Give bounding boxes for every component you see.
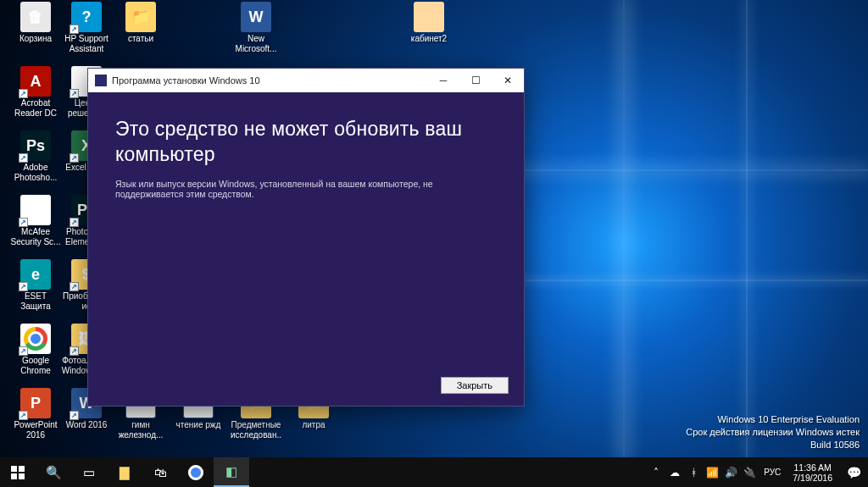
research-label: Предметные исследован... — [231, 420, 281, 440]
litra-label: литра — [288, 420, 339, 430]
svg-rect-1 — [19, 466, 25, 472]
hymn-label: гимн железнод... — [115, 420, 166, 440]
desktop-icon-recycle-bin[interactable]: 🗑Корзина — [10, 2, 61, 44]
action-center-button[interactable]: 💬 — [839, 466, 868, 479]
onedrive-icon[interactable]: ☁ — [665, 467, 684, 479]
file-explorer-taskbar[interactable]: ▇ — [107, 457, 142, 487]
powerpoint-label: PowerPoint 2016 — [10, 420, 61, 440]
articles-icon: 📁 — [125, 2, 156, 32]
system-tray: ˄ ☁ ᚼ 📶 🔊 🔌 РУС 11:36 AM 7/19/2016 💬 — [647, 457, 868, 487]
maximize-button[interactable]: ☐ — [459, 69, 492, 92]
window-titlebar[interactable]: Программа установки Windows 10 ─ ☐ ✕ — [88, 69, 524, 92]
shortcut-arrow-icon: ↗ — [19, 346, 28, 356]
watermark-edition: Windows 10 Enterprise Evaluation — [686, 413, 860, 426]
notification-icon: 💬 — [847, 466, 861, 479]
acrobat-label: Acrobat Reader DC — [10, 98, 61, 119]
close-window-button[interactable]: ✕ — [492, 69, 524, 92]
photoshop-icon: Ps↗ — [20, 130, 51, 161]
window-body: Это средство не может обновить ваш компь… — [88, 92, 524, 406]
setup-taskbar-icon: ◧ — [225, 464, 237, 479]
hp-support-icon: ?↗ — [71, 2, 102, 32]
setup-icon — [95, 75, 107, 86]
folder-icon: ▇ — [120, 465, 130, 480]
dialog-heading: Это средство не может обновить ваш компь… — [115, 116, 497, 167]
task-view-button[interactable]: ▭ — [71, 457, 107, 487]
start-button[interactable] — [0, 457, 36, 487]
setup-window: Программа установки Windows 10 ─ ☐ ✕ Это… — [87, 68, 525, 407]
bluetooth-icon[interactable]: ᚼ — [684, 467, 703, 479]
desktop-icon-cabinet2[interactable]: кабинет2 — [403, 2, 454, 44]
network-icon[interactable]: 📶 — [703, 467, 721, 479]
desktop-icon-chrome[interactable]: ↗Google Chrome — [10, 324, 61, 376]
chrome-icon — [188, 465, 203, 480]
powerpoint-icon: P↗ — [20, 388, 51, 418]
shortcut-arrow-icon: ↗ — [70, 282, 79, 291]
new-word-label: New Microsoft... — [231, 34, 281, 54]
chrome-label: Google Chrome — [10, 356, 61, 376]
shortcut-arrow-icon: ↗ — [70, 411, 79, 420]
desktop-icon-powerpoint[interactable]: P↗PowerPoint 2016 — [10, 388, 61, 440]
shortcut-arrow-icon: ↗ — [70, 153, 79, 163]
shortcut-arrow-icon: ↗ — [70, 25, 79, 34]
search-button[interactable]: 🔍 — [36, 457, 71, 487]
new-word-icon: W — [241, 2, 271, 32]
window-title: Программа установки Windows 10 — [112, 75, 427, 86]
recycle-bin-label: Корзина — [10, 34, 61, 44]
power-icon[interactable]: 🔌 — [740, 467, 759, 479]
shortcut-arrow-icon: ↗ — [19, 153, 28, 163]
close-button[interactable]: Закрыть — [441, 377, 509, 394]
desktop-icon-articles[interactable]: 📁статьи — [115, 2, 166, 44]
volume-icon[interactable]: 🔊 — [721, 467, 740, 479]
eset-label: ESET Защита банковско... — [10, 291, 61, 312]
clock-date: 7/19/2016 — [793, 473, 832, 483]
clock-time: 11:36 AM — [793, 462, 832, 473]
activation-watermark: Windows 10 Enterprise Evaluation Срок де… — [686, 413, 860, 451]
desktop-icon-photoshop[interactable]: Ps↗Adobe Photosho... — [10, 130, 61, 183]
mcafee-icon: M↗ — [20, 195, 51, 225]
desktop-icon-eset[interactable]: e↗ESET Защита банковско... — [10, 259, 61, 312]
desktop-icon-new-word[interactable]: WNew Microsoft... — [231, 2, 281, 54]
reading-label: чтение ржд — [173, 420, 224, 430]
svg-rect-0 — [11, 466, 17, 472]
setup-taskbar[interactable]: ◧ — [214, 457, 249, 487]
shortcut-arrow-icon: ↗ — [70, 346, 79, 356]
task-view-icon: ▭ — [83, 465, 95, 480]
mcafee-label: McAfee Security Sc... — [10, 227, 61, 247]
cabinet2-icon — [414, 2, 444, 32]
window-controls: ─ ☐ ✕ — [427, 69, 524, 92]
shortcut-arrow-icon: ↗ — [70, 89, 79, 98]
store-taskbar[interactable]: 🛍 — [142, 457, 178, 487]
dialog-message: Язык или выпуск версии Windows, установл… — [115, 179, 497, 199]
eset-icon: e↗ — [20, 259, 51, 290]
articles-label: статьи — [115, 34, 166, 44]
shortcut-arrow-icon: ↗ — [70, 218, 79, 227]
shortcut-arrow-icon: ↗ — [19, 411, 28, 420]
shortcut-arrow-icon: ↗ — [19, 89, 28, 98]
shortcut-arrow-icon: ↗ — [19, 218, 28, 227]
taskbar: 🔍 ▭ ▇ 🛍 ◧ ˄ ☁ ᚼ 📶 🔊 🔌 РУС 11:36 AM 7/19/… — [0, 457, 868, 487]
word2016-label: Word 2016 — [61, 420, 112, 430]
minimize-button[interactable]: ─ — [427, 69, 459, 92]
photoshop-label: Adobe Photosho... — [10, 163, 61, 183]
shortcut-arrow-icon: ↗ — [19, 282, 28, 291]
watermark-build: Build 10586 — [686, 439, 860, 451]
chrome-icon: ↗ — [20, 324, 51, 354]
tray-chevron-up-icon[interactable]: ˄ — [647, 467, 665, 479]
store-icon: 🛍 — [154, 465, 167, 479]
watermark-license: Срок действия лицензии Windows истек — [686, 426, 860, 439]
svg-rect-3 — [19, 473, 25, 479]
acrobat-icon: A↗ — [20, 66, 51, 97]
hp-support-label: HP Support Assistant — [61, 34, 112, 54]
language-indicator[interactable]: РУС — [759, 468, 786, 477]
svg-rect-2 — [11, 473, 17, 479]
cabinet2-label: кабинет2 — [403, 34, 454, 44]
desktop-icon-hp-support[interactable]: ?↗HP Support Assistant — [61, 2, 112, 54]
desktop-icon-acrobat[interactable]: A↗Acrobat Reader DC — [10, 66, 61, 119]
desktop[interactable]: 🗑Корзина?↗HP Support Assistant📁статьиWNe… — [0, 0, 868, 487]
desktop-icon-mcafee[interactable]: M↗McAfee Security Sc... — [10, 195, 61, 247]
search-icon: 🔍 — [46, 465, 62, 480]
recycle-bin-icon: 🗑 — [20, 2, 51, 32]
clock[interactable]: 11:36 AM 7/19/2016 — [786, 462, 839, 483]
chrome-taskbar[interactable] — [178, 457, 214, 487]
